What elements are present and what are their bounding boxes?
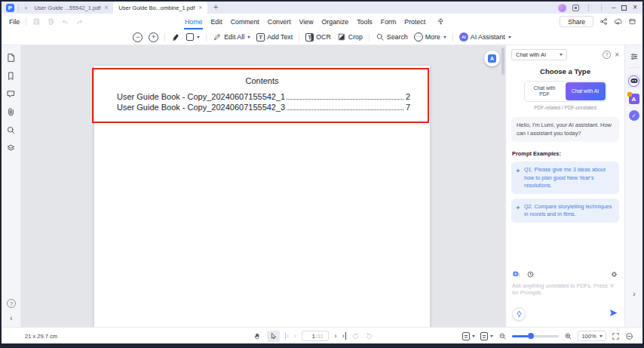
menu-home[interactable]: Home	[185, 14, 202, 29]
fullscreen-icon[interactable]	[612, 332, 620, 340]
zoom-level-select[interactable]: 100%	[578, 331, 606, 341]
stamp-icon[interactable]	[6, 143, 16, 153]
add-text-button[interactable]: T Add Text	[256, 33, 293, 42]
minimize-window-button[interactable]: –	[612, 5, 615, 11]
prompt-example-card[interactable]: Q2. Compare storytelling techniques in n…	[511, 199, 619, 223]
last-page-button[interactable]: ›	[342, 332, 346, 340]
chat-history-icon[interactable]	[526, 270, 535, 279]
menu-view[interactable]: View	[299, 14, 314, 29]
more-menu-icon[interactable]: ⋮	[585, 5, 591, 11]
more-button[interactable]: ⋯ More	[414, 32, 446, 42]
account-avatar[interactable]	[558, 4, 566, 12]
tab-document-2[interactable]: User Guide Bo...ombine_1.pdf ×	[113, 2, 207, 14]
collapse-toolbar-icon[interactable]	[628, 17, 636, 26]
zoom-in-button[interactable]: +	[149, 32, 158, 42]
attachment-icon[interactable]	[6, 107, 16, 117]
sparkle-icon	[515, 205, 521, 211]
close-panel-icon[interactable]: ×	[615, 51, 619, 59]
prompt-ideas-button[interactable]	[512, 307, 526, 321]
zoom-in-magnifier-icon[interactable]	[564, 332, 572, 340]
search-button[interactable]: Search	[376, 32, 408, 42]
prompt-examples-label: Prompt Examples:	[512, 150, 618, 157]
prompt-settings-icon[interactable]	[610, 270, 618, 279]
current-page-input[interactable]	[308, 333, 315, 340]
page-display-mode-button[interactable]	[462, 332, 475, 340]
translate-sidebar-icon[interactable]: A	[629, 94, 639, 104]
ai-chat-sidebar-button[interactable]	[627, 74, 641, 88]
previous-view-icon[interactable]	[351, 332, 360, 340]
prompt-text: Q2. Compare storytelling techniques in n…	[524, 203, 612, 217]
thumbnails-icon[interactable]	[6, 53, 16, 63]
zoom-out-button[interactable]: −	[133, 32, 143, 42]
chat-with-pdf-button[interactable]: Chat with PDF	[525, 82, 565, 101]
collapse-sidebar-icon[interactable]: ‹	[10, 315, 12, 322]
menu-tools[interactable]: Tools	[357, 14, 373, 29]
print-icon[interactable]	[47, 17, 55, 26]
choose-type-title: Choose a Type	[506, 67, 624, 75]
ai-check-sidebar-icon[interactable]: ✓	[629, 110, 639, 121]
divider	[18, 5, 19, 11]
translate-float-button[interactable]: A	[484, 51, 500, 66]
comment-icon[interactable]	[6, 89, 16, 99]
chat-input[interactable]	[506, 280, 624, 304]
bookmark-icon[interactable]	[6, 71, 16, 81]
new-tab-button[interactable]: +	[213, 4, 218, 11]
restore-window-button[interactable]	[621, 5, 627, 11]
hand-tool-icon[interactable]	[253, 332, 262, 340]
zoom-slider-knob[interactable]	[528, 333, 534, 339]
cloud-upload-icon[interactable]	[614, 17, 622, 26]
chat-with-ai-button[interactable]: Chat with AI	[566, 82, 606, 100]
menu-convert[interactable]: Convert	[268, 14, 291, 29]
new-chat-icon[interactable]	[512, 270, 520, 279]
save-icon[interactable]	[32, 17, 41, 26]
chat-mode-select[interactable]: Chat with AI	[511, 49, 567, 60]
crop-button[interactable]: Crop	[337, 32, 363, 42]
document-scrollbar[interactable]	[501, 48, 504, 75]
zoom-slider[interactable]	[512, 335, 559, 337]
first-page-button[interactable]: ‹	[285, 332, 289, 340]
tab-list-chevrons-icon[interactable]: «	[23, 6, 29, 9]
scroll-mode-button[interactable]	[480, 332, 493, 340]
close-tab-icon[interactable]: ×	[104, 5, 108, 11]
share-nodes-icon[interactable]	[600, 17, 608, 26]
close-tab-icon[interactable]: ×	[198, 5, 202, 11]
chevron-down-icon	[247, 36, 250, 38]
menu-edit[interactable]: Edit	[210, 14, 222, 29]
undo-icon[interactable]	[61, 17, 69, 26]
menu-items: Home Edit Comment Convert View Organize …	[185, 14, 445, 29]
ocr-button[interactable]: T OCR	[305, 33, 331, 42]
select-tool-active[interactable]	[267, 331, 280, 342]
tips-lamp-icon[interactable]	[437, 17, 445, 26]
send-button[interactable]	[609, 307, 618, 321]
close-window-button[interactable]: ×	[633, 4, 637, 11]
document-canvas[interactable]: Contents User Guide Book - Copy_20240607…	[21, 45, 505, 327]
page-number-box: /11	[302, 331, 329, 341]
shape-tool-button[interactable]	[186, 33, 200, 41]
menu-protect[interactable]: Protect	[404, 14, 425, 29]
ai-assistant-button[interactable]: AI AI Assistant	[459, 32, 511, 42]
share-button[interactable]: Share	[560, 16, 593, 27]
search-panel-icon[interactable]	[6, 125, 16, 135]
edit-all-button[interactable]: Edit All	[213, 32, 250, 42]
next-page-button[interactable]: ›	[334, 332, 336, 340]
tab-document-1[interactable]: User Guide ...55542_1.pdf ×	[29, 2, 113, 14]
redo-icon[interactable]	[75, 17, 84, 26]
help-icon[interactable]: ?	[7, 299, 16, 308]
hide-statusbar-icon[interactable]	[625, 332, 633, 340]
highlighter-icon[interactable]	[171, 32, 180, 42]
type-caption: PDF-related / PDF-unrelated	[506, 105, 624, 110]
collapse-panel-icon[interactable]: ›	[625, 290, 643, 298]
divider	[299, 33, 299, 42]
menu-file[interactable]: File	[9, 18, 20, 26]
prompt-example-card[interactable]: Q1. Please give me 3 ideas about how to …	[511, 162, 619, 193]
previous-page-button[interactable]: ‹	[294, 332, 296, 340]
menu-organize[interactable]: Organize	[322, 14, 349, 29]
divider	[452, 33, 453, 42]
menu-comment[interactable]: Comment	[231, 14, 259, 29]
plugin-icon[interactable]	[572, 5, 579, 11]
zoom-out-magnifier-icon[interactable]	[498, 332, 507, 340]
panel-settings-icon[interactable]	[630, 52, 639, 61]
panel-help-icon[interactable]: ?	[603, 51, 611, 59]
menu-form[interactable]: Form	[381, 14, 397, 29]
next-view-icon[interactable]	[365, 332, 373, 340]
